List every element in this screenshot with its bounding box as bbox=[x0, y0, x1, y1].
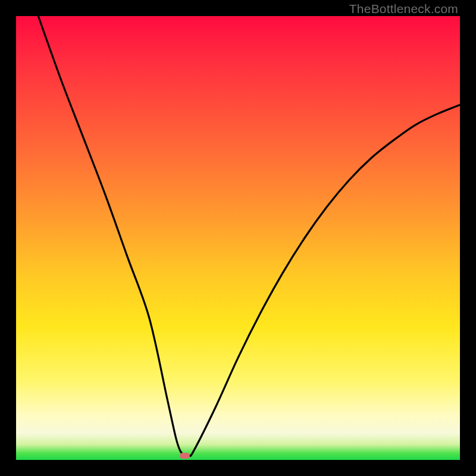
watermark-text: TheBottleneck.com bbox=[349, 2, 458, 16]
plot-area bbox=[16, 16, 460, 460]
bottleneck-curve bbox=[16, 16, 460, 460]
minimum-marker bbox=[180, 453, 190, 459]
chart-frame: TheBottleneck.com bbox=[0, 0, 476, 476]
